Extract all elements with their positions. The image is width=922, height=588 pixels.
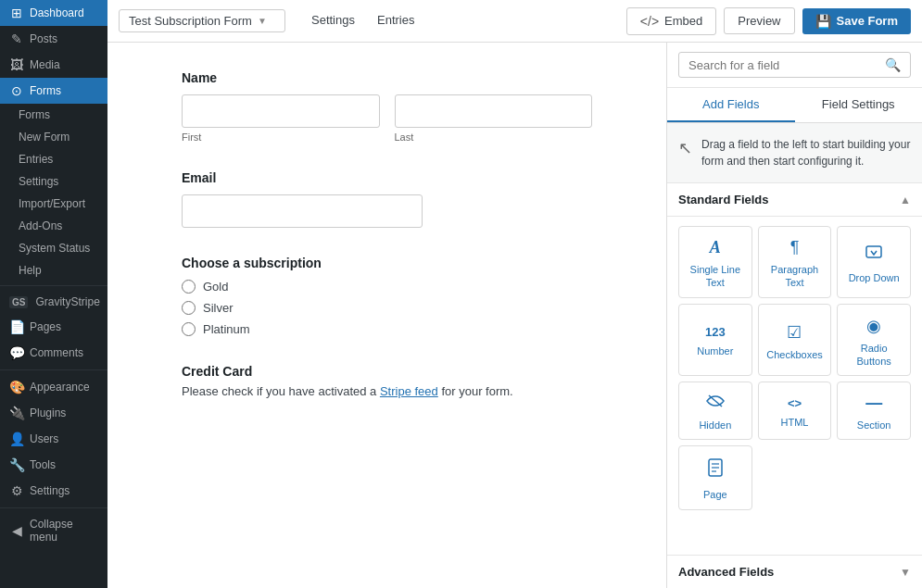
chevron-down-icon: ▼ [258,16,267,26]
radio-gold[interactable]: Gold [182,280,592,294]
credit-card-field-block: Credit Card Please check if you have act… [182,364,592,398]
plugins-icon: 🔌 [9,406,24,420]
standard-fields-section[interactable]: Standard Fields ▲ [667,183,922,217]
sidebar-divider-2 [0,369,107,370]
last-name-input[interactable] [395,94,593,128]
sidebar-sub-new-form[interactable]: New Form [0,126,107,148]
sidebar-item-appearance[interactable]: 🎨 Appearance [0,374,107,400]
chevron-down-advanced-icon: ▼ [900,566,911,579]
field-card-dropdown[interactable]: Drop Down [837,226,911,298]
field-card-page[interactable]: Page [678,445,752,509]
sidebar-item-users[interactable]: 👤 Users [0,426,107,452]
sidebar-item-posts[interactable]: ✎ Posts [0,26,107,52]
email-input[interactable] [182,194,423,228]
search-icon: 🔍 [885,57,901,72]
sidebar: ⊞ Dashboard ✎ Posts 🖼 Media ⊙ Forms Form… [0,0,107,588]
credit-card-note: Please check if you have activated a Str… [182,384,592,398]
radio-silver-input[interactable] [182,301,196,315]
drag-hint: ↖ Drag a field to the left to start buil… [667,123,922,183]
sidebar-sub-import-export[interactable]: Import/Export [0,193,107,215]
sidebar-sub-add-ons[interactable]: Add-Ons [0,215,107,237]
radio-platinum-input[interactable] [182,322,196,336]
radio-gold-input[interactable] [182,280,196,294]
save-form-button[interactable]: 💾 Save Form [802,8,911,34]
topbar: Test Subscription Form ▼ Settings Entrie… [107,0,922,43]
panel-tabs: Add Fields Field Settings [667,88,922,123]
first-name-input[interactable] [182,94,380,128]
radio-silver[interactable]: Silver [182,301,592,315]
content-area: Name First Last Email [107,43,922,588]
sidebar-sub-settings[interactable]: Settings [0,170,107,193]
search-input[interactable] [688,58,879,72]
sidebar-item-forms[interactable]: ⊙ Forms [0,78,107,104]
name-field-row: First Last [182,94,592,143]
page-icon [706,457,725,482]
sidebar-sub-forms[interactable]: Forms [0,104,107,126]
number-icon: 123 [705,325,726,339]
sidebar-item-comments[interactable]: 💬 Comments [0,340,107,366]
embed-button[interactable]: </> Embed [626,7,716,35]
search-box: 🔍 [678,52,911,78]
posts-icon: ✎ [9,31,24,46]
field-card-checkboxes[interactable]: ☑ Checkboxes [758,304,832,377]
subscription-field-block: Choose a subscription Gold Silver Platin… [182,256,592,336]
field-card-hidden[interactable]: Hidden [678,382,752,440]
advanced-fields-section[interactable]: Advanced Fields ▼ [667,555,922,588]
sidebar-item-settings[interactable]: ⚙ Settings [0,478,107,504]
sidebar-item-tools[interactable]: 🔧 Tools [0,452,107,478]
nav-entries[interactable]: Entries [366,0,425,42]
field-card-number[interactable]: 123 Number [678,304,752,377]
html-icon: <> [788,396,802,410]
gs-badge: GS [9,296,28,308]
collapse-icon: ◀ [9,523,24,538]
name-field-label: Name [182,70,592,85]
name-field-block: Name First Last [182,70,592,143]
email-field-label: Email [182,170,592,185]
single-line-icon: A [710,238,721,257]
field-card-radio[interactable]: ◉ Radio Buttons [837,304,911,377]
checkboxes-icon: ☑ [787,322,802,343]
sidebar-item-gravitystripe[interactable]: GS GravityStripe [0,290,107,314]
sidebar-item-collapse[interactable]: ◀ Collapse menu [0,512,107,549]
field-card-html[interactable]: <> HTML [758,382,832,440]
tab-field-settings[interactable]: Field Settings [795,88,923,122]
sidebar-item-dashboard[interactable]: ⊞ Dashboard [0,0,107,26]
embed-code-icon: </> [640,14,659,29]
field-card-single-line[interactable]: A Single Line Text [678,226,752,298]
save-icon: 💾 [815,14,831,29]
hidden-icon [706,394,725,413]
dashboard-icon: ⊞ [9,6,24,20]
subscription-radio-group: Gold Silver Platinum [182,280,592,336]
sidebar-item-media[interactable]: 🖼 Media [0,52,107,78]
sidebar-sub-entries[interactable]: Entries [0,148,107,170]
nav-settings[interactable]: Settings [300,0,366,42]
cursor-icon: ↖ [678,138,692,158]
sidebar-divider [0,285,107,286]
forms-icon: ⊙ [9,83,24,98]
radio-platinum[interactable]: Platinum [182,322,592,336]
sidebar-sub-system-status[interactable]: System Status [0,237,107,259]
credit-card-label: Credit Card [182,364,592,379]
field-card-section[interactable]: — Section [837,382,911,440]
sidebar-sub-help[interactable]: Help [0,259,107,281]
tab-add-fields[interactable]: Add Fields [667,88,795,122]
media-icon: 🖼 [9,57,24,72]
sidebar-divider-3 [0,507,107,508]
chevron-up-icon: ▲ [900,194,911,206]
drag-hint-text: Drag a field to the left to start buildi… [701,136,911,169]
sidebar-item-plugins[interactable]: 🔌 Plugins [0,400,107,426]
preview-button[interactable]: Preview [724,7,794,34]
stripe-feed-link[interactable]: Stripe feed [380,384,438,398]
settings-icon: ⚙ [9,483,24,498]
field-card-paragraph[interactable]: ¶ Paragraph Text [758,226,832,298]
topbar-nav: Settings Entries [300,0,425,42]
search-wrapper: 🔍 [667,43,922,88]
email-field-block: Email [182,170,592,228]
sidebar-item-pages[interactable]: 📄 Pages [0,314,107,340]
pages-icon: 📄 [9,319,24,334]
form-selector[interactable]: Test Subscription Form ▼ [119,9,285,32]
first-name-col: First [182,94,380,143]
form-name: Test Subscription Form [129,14,252,28]
first-sublabel: First [182,131,380,143]
main-area: Test Subscription Form ▼ Settings Entrie… [107,0,922,588]
